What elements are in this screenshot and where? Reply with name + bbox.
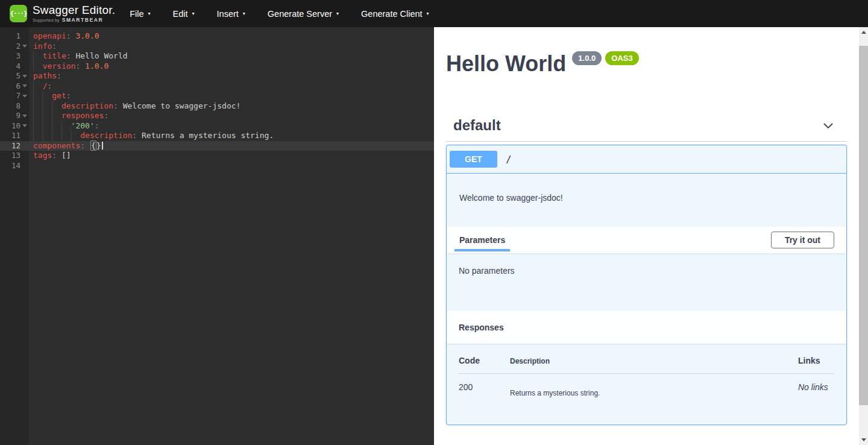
operation-path: /: [506, 154, 512, 165]
editor-line-13[interactable]: 13tags: []: [0, 151, 434, 161]
menu-generate-server[interactable]: Generate Server▾: [268, 9, 339, 19]
response-code: 200: [459, 382, 510, 397]
app-title: Swagger Editor.: [33, 4, 115, 16]
response-description: Returns a mysterious string.: [510, 382, 798, 397]
api-docs-pane: Hello World1.0.0OAS3 default GET / Welco…: [434, 27, 868, 445]
triangle-down-icon: [861, 438, 866, 441]
editor-line-14[interactable]: 14: [0, 161, 434, 171]
api-title: Hello World1.0.0OAS3: [446, 53, 847, 75]
line-number-7[interactable]: 7: [0, 91, 29, 101]
fold-arrow-icon[interactable]: [22, 124, 27, 127]
editor-line-11[interactable]: 11description: Returns a mysterious stri…: [0, 131, 434, 141]
fold-arrow-icon[interactable]: [22, 45, 27, 48]
scroll-down-button[interactable]: [859, 435, 868, 445]
responses-header: Responses: [447, 311, 846, 344]
menu-file[interactable]: File▾: [130, 9, 150, 19]
line-number-4[interactable]: 4: [0, 62, 29, 72]
line-number-5[interactable]: 5: [0, 71, 29, 81]
caret-down-icon: ▾: [336, 11, 339, 16]
line-number-1[interactable]: 1: [0, 31, 29, 42]
swagger-braces-icon: {···}: [10, 5, 27, 22]
responses-table-body: 200Returns a mysterious string.No links: [459, 374, 834, 408]
line-number-13[interactable]: 13: [0, 151, 29, 161]
fold-arrow-icon[interactable]: [22, 95, 27, 98]
tag-name: default: [453, 117, 501, 134]
fold-arrow-icon[interactable]: [22, 115, 27, 118]
tag-section-header[interactable]: default: [446, 117, 847, 142]
response-links: No links: [798, 382, 834, 397]
triangle-up-icon: [861, 31, 866, 34]
version-badge: 1.0.0: [572, 51, 602, 65]
menu-generate-client[interactable]: Generate Client▾: [361, 9, 429, 19]
col-header-links: Links: [798, 356, 834, 365]
caret-down-icon: ▾: [427, 11, 429, 16]
app-window: {···} Swagger Editor. Supported by SMART…: [0, 0, 868, 445]
line-number-8[interactable]: 8: [0, 101, 29, 112]
editor-line-3[interactable]: 3title: Hello World: [0, 51, 434, 62]
editor-line-6[interactable]: 6/:: [0, 81, 434, 92]
fold-arrow-icon[interactable]: [22, 75, 27, 78]
col-header-description: Description: [510, 356, 798, 365]
caret-down-icon: ▾: [192, 11, 195, 16]
editor-lines: 1openapi: 3.0.02info:3title: Hello World…: [0, 31, 434, 171]
line-number-14[interactable]: 14: [0, 161, 29, 171]
menu-bar: File▾Edit▾Insert▾Generate Server▾Generat…: [130, 9, 451, 19]
responses-table-header: CodeDescriptionLinks: [459, 356, 834, 374]
col-header-code: Code: [459, 356, 510, 365]
editor-line-1[interactable]: 1openapi: 3.0.0: [0, 31, 434, 42]
vertical-scrollbar[interactable]: [859, 27, 868, 445]
parameters-header: Parameters Try it out: [447, 227, 846, 253]
swagger-editor-logo[interactable]: {···} Swagger Editor. Supported by SMART…: [10, 4, 115, 23]
operation-summary[interactable]: GET /: [447, 145, 846, 174]
scroll-up-button[interactable]: [859, 27, 868, 37]
responses-table: CodeDescriptionLinks 200Returns a myster…: [447, 344, 846, 424]
editor-line-4[interactable]: 4version: 1.0.0: [0, 62, 434, 72]
editor-line-8[interactable]: 8description: Welcome to swagger-jsdoc!: [0, 101, 434, 112]
fold-arrow-icon[interactable]: [22, 84, 27, 87]
text-cursor: [102, 142, 103, 150]
info-section: Hello World1.0.0OAS3: [446, 53, 847, 75]
menu-edit[interactable]: Edit▾: [173, 9, 195, 19]
line-number-6[interactable]: 6: [0, 81, 29, 92]
split-view: 1openapi: 3.0.02info:3title: Hello World…: [0, 27, 868, 445]
editor-line-2[interactable]: 2info:: [0, 42, 434, 52]
yaml-code-editor[interactable]: 1openapi: 3.0.02info:3title: Hello World…: [0, 27, 434, 445]
editor-line-9[interactable]: 9responses:: [0, 111, 434, 121]
line-number-10[interactable]: 10: [0, 121, 29, 131]
tab-parameters[interactable]: Parameters: [454, 227, 510, 253]
supported-by-smartbear: Supported by SMARTBEAR: [33, 17, 115, 23]
line-number-9[interactable]: 9: [0, 111, 29, 121]
editor-line-5[interactable]: 5paths:: [0, 71, 434, 81]
topbar: {···} Swagger Editor. Supported by SMART…: [0, 0, 868, 27]
editor-line-12[interactable]: 12components: {}: [0, 141, 434, 151]
no-parameters-message: No parameters: [447, 253, 846, 311]
parameters-title: Parameters: [459, 235, 505, 245]
oas3-badge: OAS3: [605, 51, 638, 65]
api-docs-content: Hello World1.0.0OAS3 default GET / Welco…: [434, 53, 859, 425]
caret-down-icon: ▾: [243, 11, 245, 16]
caret-down-icon: ▾: [148, 11, 151, 16]
try-it-out-button[interactable]: Try it out: [771, 232, 834, 248]
line-number-2[interactable]: 2: [0, 42, 29, 52]
line-number-3[interactable]: 3: [0, 51, 29, 62]
editor-line-7[interactable]: 7get:: [0, 91, 434, 101]
http-method-badge: GET: [450, 151, 497, 168]
scrollbar-thumb[interactable]: [859, 46, 868, 405]
response-row: 200Returns a mysterious string.No links: [459, 374, 834, 408]
responses-title: Responses: [459, 323, 504, 332]
menu-insert[interactable]: Insert▾: [217, 9, 245, 19]
opblock-get: GET / Welcome to swagger-jsdoc! Paramete…: [446, 145, 847, 425]
chevron-down-icon: [822, 119, 835, 132]
line-number-11[interactable]: 11: [0, 131, 29, 141]
operation-description: Welcome to swagger-jsdoc!: [447, 174, 846, 227]
line-number-12[interactable]: 12: [0, 141, 29, 151]
active-tab-underline: [454, 249, 510, 251]
editor-line-10[interactable]: 10'200':: [0, 121, 434, 131]
